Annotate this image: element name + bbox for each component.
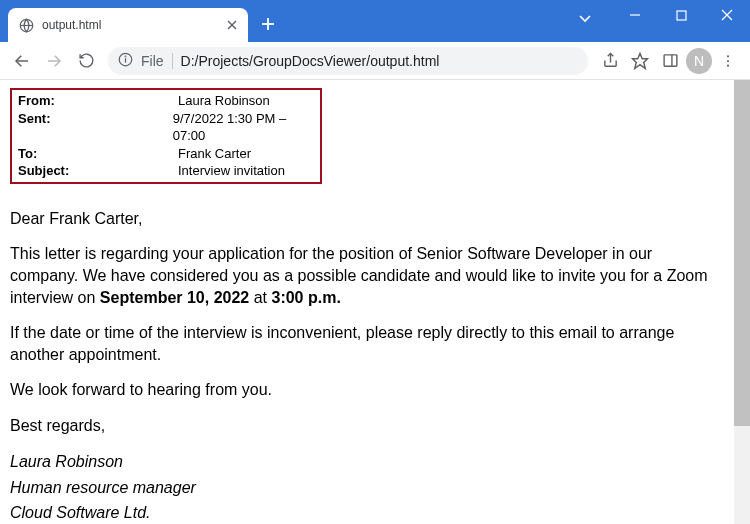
paragraph-3: We look forward to hearing from you. bbox=[10, 379, 724, 401]
window-controls bbox=[612, 0, 750, 30]
tab-title: output.html bbox=[42, 18, 216, 32]
signature-title: Human resource manager bbox=[10, 476, 724, 499]
new-tab-button[interactable] bbox=[254, 10, 282, 38]
share-button[interactable] bbox=[596, 47, 624, 75]
bookmark-button[interactable] bbox=[626, 47, 654, 75]
url-text: D:/Projects/GroupDocsViewer/output.html bbox=[181, 53, 440, 69]
signature-company: Cloud Software Ltd. bbox=[10, 501, 724, 524]
svg-point-14 bbox=[125, 56, 126, 57]
forward-button[interactable] bbox=[40, 47, 68, 75]
subject-label: Subject: bbox=[18, 162, 178, 180]
greeting: Dear Frank Carter, bbox=[10, 208, 724, 230]
maximize-button[interactable] bbox=[658, 0, 704, 30]
tab-close-button[interactable] bbox=[224, 17, 240, 33]
subject-value: Interview invitation bbox=[178, 162, 285, 180]
svg-point-20 bbox=[727, 59, 729, 61]
signature: Laura Robinson Human resource manager Cl… bbox=[10, 450, 724, 524]
signature-name: Laura Robinson bbox=[10, 450, 724, 473]
minimize-button[interactable] bbox=[612, 0, 658, 30]
window-titlebar: output.html bbox=[0, 0, 750, 42]
svg-point-19 bbox=[727, 55, 729, 57]
from-value: Laura Robinson bbox=[178, 92, 270, 110]
browser-tab[interactable]: output.html bbox=[8, 8, 248, 42]
email-body: Dear Frank Carter, This letter is regard… bbox=[10, 208, 724, 524]
reload-button[interactable] bbox=[72, 47, 100, 75]
page-content: From: Laura Robinson Sent: 9/7/2022 1:30… bbox=[0, 80, 734, 524]
address-bar[interactable]: File D:/Projects/GroupDocsViewer/output.… bbox=[108, 47, 588, 75]
to-value: Frank Carter bbox=[178, 145, 251, 163]
svg-rect-7 bbox=[677, 11, 686, 20]
svg-point-21 bbox=[727, 64, 729, 66]
close-window-button[interactable] bbox=[704, 0, 750, 30]
from-label: From: bbox=[18, 92, 178, 110]
menu-button[interactable] bbox=[714, 47, 742, 75]
paragraph-1: This letter is regarding your applicatio… bbox=[10, 243, 724, 308]
back-button[interactable] bbox=[8, 47, 36, 75]
page-viewport: From: Laura Robinson Sent: 9/7/2022 1:30… bbox=[0, 80, 750, 524]
svg-rect-17 bbox=[664, 55, 677, 66]
to-label: To: bbox=[18, 145, 178, 163]
avatar-letter: N bbox=[694, 53, 704, 69]
svg-marker-16 bbox=[633, 53, 648, 68]
tab-search-button[interactable] bbox=[570, 6, 600, 30]
globe-icon bbox=[18, 17, 34, 33]
closing: Best regards, bbox=[10, 415, 724, 437]
paragraph-2: If the date or time of the interview is … bbox=[10, 322, 724, 365]
email-header-box: From: Laura Robinson Sent: 9/7/2022 1:30… bbox=[10, 88, 322, 184]
sent-label: Sent: bbox=[18, 110, 173, 145]
side-panel-button[interactable] bbox=[656, 47, 684, 75]
vertical-scrollbar[interactable] bbox=[734, 80, 750, 524]
divider-icon bbox=[172, 53, 173, 69]
info-icon bbox=[118, 52, 133, 70]
browser-toolbar: File D:/Projects/GroupDocsViewer/output.… bbox=[0, 42, 750, 80]
sent-value: 9/7/2022 1:30 PM –07:00 bbox=[173, 110, 314, 145]
scrollbar-thumb[interactable] bbox=[734, 80, 750, 426]
profile-avatar[interactable]: N bbox=[686, 48, 712, 74]
url-prefix: File bbox=[141, 53, 164, 69]
